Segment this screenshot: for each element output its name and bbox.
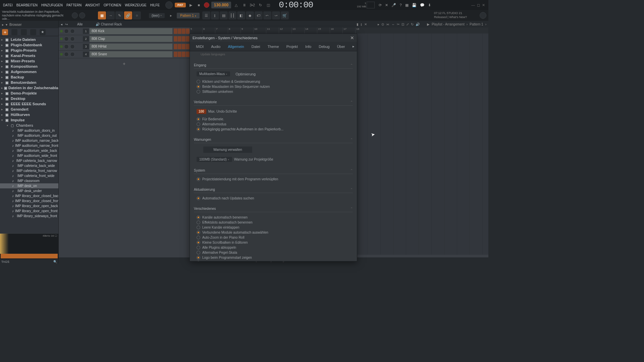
pattern-song-toggle[interactable]: PAT — [175, 3, 186, 7]
option-row[interactable]: Effektslots automatisch benennen — [197, 220, 353, 225]
option-toggle[interactable] — [197, 221, 200, 224]
channel-number[interactable]: 1 — [83, 28, 89, 34]
channel-name[interactable]: 808 HiHat — [90, 44, 172, 50]
channel-pan[interactable] — [64, 29, 69, 34]
channel-name[interactable]: 808 Snare — [90, 51, 172, 57]
tool-plugin-icon[interactable]: ◆ — [246, 11, 254, 19]
tree-folder[interactable]: ▸▣Dateien in der Zwischenablage — [0, 85, 58, 90]
record-button[interactable] — [204, 2, 209, 8]
settings-tab-projekt[interactable]: Projekt — [283, 43, 301, 50]
browser-fav-icon[interactable]: ★ — [40, 29, 46, 35]
tree-file[interactable]: ♪IMP library_door_open_back — [0, 203, 58, 208]
pl-tool4-icon[interactable]: ↔ — [391, 22, 395, 26]
ruler-tick[interactable]: 7 — [215, 27, 228, 34]
playlist-play-icon[interactable]: ▶ — [427, 22, 430, 26]
ruler-tick[interactable]: 13 — [291, 27, 304, 34]
ruler-tick[interactable]: 10 — [253, 27, 266, 34]
step-cell[interactable] — [186, 44, 190, 49]
playlist-ruler[interactable]: 56789101112131415161718 — [190, 27, 488, 34]
ruler-tick[interactable]: 18 — [355, 27, 368, 34]
browser-collapse-icon[interactable] — [11, 29, 17, 35]
rack-opt2-icon[interactable]: ⫿ — [361, 22, 362, 26]
tree-folder[interactable]: ▸▣Benutzerdaten — [0, 80, 58, 85]
option-toggle[interactable] — [197, 117, 200, 121]
option-row[interactable]: Logo beim Programmstart zeigen — [197, 255, 353, 260]
ruler-tick[interactable]: 16 — [330, 27, 342, 34]
option-toggle[interactable] — [197, 122, 200, 126]
pl-tool1-icon[interactable]: ▸ — [378, 22, 379, 26]
tool-arrow-icon[interactable]: → — [107, 11, 115, 19]
help-icon[interactable]: ? — [399, 3, 401, 7]
main-volume-knob[interactable] — [165, 1, 173, 9]
undo-steps-value[interactable]: 100 — [197, 109, 206, 114]
step-cell[interactable] — [182, 28, 185, 34]
ruler-tick[interactable]: 14 — [304, 27, 317, 34]
midi-icon[interactable]: ✕ — [385, 3, 388, 7]
sync-icon[interactable]: ⟳ — [379, 3, 382, 7]
channel-name[interactable]: 808 Clap — [90, 36, 172, 42]
history-fwd-icon[interactable]: ↪ — [65, 22, 68, 26]
view-mixer-icon[interactable]: ┇┇ — [228, 11, 236, 19]
menu-optionen[interactable]: OPTIONEN — [102, 3, 123, 8]
tree-folder[interactable]: ▸▣Plugin-Datenbank — [0, 42, 58, 48]
channel-number[interactable]: 2 — [83, 36, 89, 42]
browser-add-icon[interactable]: + — [2, 29, 8, 35]
option-row[interactable]: Automatisch nach Updates suchen — [197, 196, 353, 201]
menu-pattern[interactable]: PATTERN — [65, 3, 83, 8]
tree-folder[interactable]: ▸▣Desktop — [0, 96, 58, 101]
menu-hilfe[interactable]: HILFE — [149, 3, 161, 8]
option-row[interactable]: Stifttasten umkehren — [197, 89, 353, 94]
preview-play[interactable] — [1, 254, 58, 258]
option-row[interactable]: Auto-Zoom in der Piano Roll — [197, 235, 353, 240]
section-aktual-header[interactable]: Aktualisierung⌃ — [194, 186, 353, 193]
tree-file[interactable]: ♪IMP library_door_closed_front — [0, 198, 58, 203]
option-toggle[interactable] — [197, 231, 200, 234]
overdub-icon[interactable]: ↻ — [257, 2, 263, 8]
option-row[interactable]: Alternativmodus — [197, 122, 353, 127]
channel-led[interactable] — [60, 53, 63, 56]
option-toggle[interactable] — [197, 241, 200, 244]
option-toggle[interactable] — [197, 236, 200, 239]
tool-playlist-icon[interactable]: ▦ — [98, 11, 106, 19]
tree-folder[interactable]: ▸▣Backup — [0, 74, 58, 80]
step-cell[interactable] — [178, 44, 181, 49]
channel-led[interactable] — [60, 45, 63, 48]
tree-file[interactable]: ♪IMP auditorium_doors_in — [0, 128, 58, 133]
option-toggle[interactable] — [197, 90, 200, 94]
wait-icon[interactable]: ⏸ — [241, 2, 247, 8]
settings-tab-midi[interactable]: MIDI — [193, 43, 207, 50]
step-cell[interactable] — [186, 36, 190, 42]
step-cell[interactable] — [174, 52, 177, 57]
tree-file[interactable]: ♪IMP auditorium_narrow_back — [0, 138, 58, 143]
rack-opt1-icon[interactable]: ▮ — [357, 22, 359, 26]
step-cell[interactable] — [174, 36, 177, 42]
download-icon[interactable]: ⬇ — [428, 3, 431, 7]
settings-tabs-more-icon[interactable]: ▸ — [349, 43, 358, 50]
channel-led[interactable] — [60, 38, 63, 40]
tree-folder[interactable]: ▸▣Kanal-Presets — [0, 53, 58, 58]
channel-name[interactable]: 808 Kick — [90, 28, 172, 34]
close-window-icon[interactable]: ✕ — [482, 3, 485, 7]
pl-tool8-icon[interactable]: ↻ — [411, 22, 414, 26]
channel-pan[interactable] — [64, 44, 69, 49]
settings-tab-debug[interactable]: Debug — [315, 43, 333, 50]
project-size-dropdown[interactable]: 100MB (Standard)▸ — [197, 157, 232, 162]
tree-folder[interactable]: ▸▣EEEE EEEE Sounds — [0, 101, 58, 107]
ruler-tick[interactable]: 17 — [342, 27, 355, 34]
tool-undo-icon[interactable]: ⤺ — [263, 11, 271, 19]
tree-folder[interactable]: ▸▣Gerendert — [0, 107, 58, 112]
tag-search-icon[interactable]: 🔍 — [53, 260, 57, 263]
tree-file[interactable]: ♪IMP cafeteria_back_narrow — [0, 158, 58, 163]
tree-folder[interactable]: ▸▣Plugin-Presets — [0, 48, 58, 53]
channel-vol[interactable] — [70, 37, 75, 41]
stop-button[interactable]: ■ — [196, 2, 202, 8]
pl-tool5-icon[interactable]: ✂ — [397, 22, 399, 26]
settings-tab-audio[interactable]: Audio — [208, 43, 224, 50]
option-toggle[interactable] — [197, 246, 200, 249]
menu-bearbeiten[interactable]: BEARBEITEN — [15, 3, 39, 8]
snap-next-icon[interactable]: ▸ — [168, 12, 174, 18]
option-toggle[interactable] — [197, 177, 200, 181]
section-verlauf-header[interactable]: Verlaufshistorie⌃ — [194, 99, 353, 106]
tree-file[interactable]: ♪IMP desk_on — [0, 183, 58, 188]
pl-tool9-icon[interactable]: 🔊 — [416, 22, 420, 26]
